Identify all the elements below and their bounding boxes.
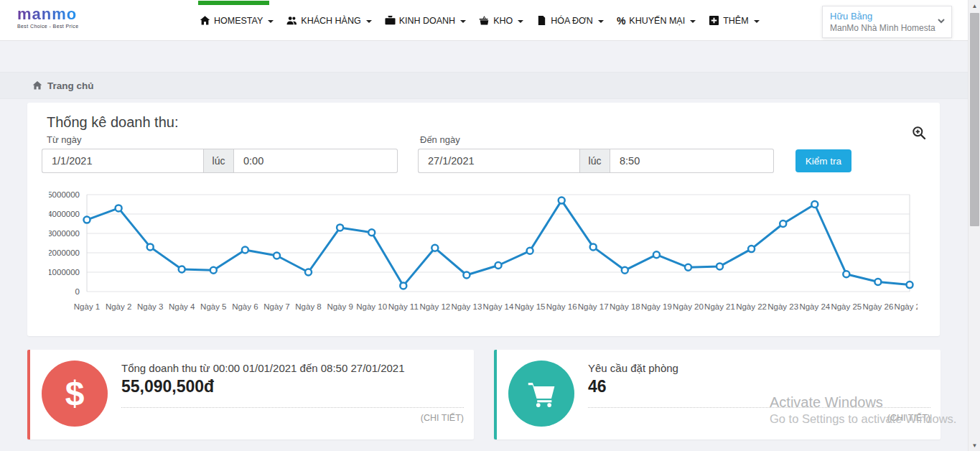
chevron-down-icon	[937, 17, 946, 27]
svg-text:Ngày 2: Ngày 2	[106, 302, 131, 311]
percent-icon: %	[617, 15, 625, 26]
svg-text:0: 0	[75, 287, 80, 296]
from-time-addon: lúc	[203, 149, 234, 173]
panel-title: Thống kê doanh thu:	[47, 114, 178, 131]
divider	[588, 407, 930, 408]
zoom-in-icon[interactable]	[912, 126, 926, 140]
users-icon	[286, 15, 297, 26]
from-time-input[interactable]	[234, 149, 398, 173]
bookings-card-body: Yêu cầu đặt phòng 46 (CHI TIẾT)	[588, 350, 930, 440]
plus-square-icon	[709, 15, 719, 26]
nav-khach-hang[interactable]: KHÁCH HÀNG	[285, 12, 373, 29]
nav-label: KINH DOANH	[399, 16, 455, 26]
caret-down-icon	[366, 20, 372, 23]
svg-text:Ngày 27: Ngày 27	[895, 302, 918, 311]
nav-khuyen-mai[interactable]: % KHUYẾN MẠI	[615, 12, 697, 29]
svg-text:3000000: 3000000	[49, 229, 80, 238]
svg-text:Ngày 26: Ngày 26	[862, 302, 893, 311]
business-icon	[385, 15, 396, 26]
nav-hoa-don[interactable]: HÓA ĐƠN	[535, 12, 605, 29]
svg-text:2000000: 2000000	[49, 248, 80, 257]
svg-text:Ngày 18: Ngày 18	[610, 302, 640, 311]
top-header: manmo Best Choice - Best Price HOMESTAY …	[0, 0, 968, 41]
nav-label: KHUYẾN MẠI	[629, 16, 685, 26]
svg-text:Ngày 25: Ngày 25	[831, 302, 862, 311]
svg-text:5000000: 5000000	[49, 190, 80, 199]
svg-text:Ngày 14: Ngày 14	[483, 302, 514, 311]
nav-kho[interactable]: KHO	[477, 12, 525, 29]
svg-text:Ngày 20: Ngày 20	[673, 302, 704, 311]
svg-text:Ngày 6: Ngày 6	[232, 302, 258, 311]
home-icon	[200, 15, 210, 26]
svg-text:Ngày 3: Ngày 3	[137, 302, 163, 311]
svg-text:Ngày 21: Ngày 21	[704, 302, 735, 311]
svg-text:Ngày 12: Ngày 12	[419, 302, 450, 311]
svg-text:Ngày 23: Ngày 23	[767, 302, 798, 311]
svg-text:Ngày 17: Ngày 17	[578, 302, 609, 311]
nav-homestay[interactable]: HOMESTAY	[198, 12, 275, 29]
nav-label: HOMESTAY	[214, 16, 263, 26]
to-datetime-group: lúc	[418, 149, 774, 173]
revenue-line-chart: 010000002000000300000040000005000000Ngày…	[49, 189, 918, 322]
logo-tagline: Best Choice - Best Price	[17, 24, 78, 29]
svg-text:Ngày 5: Ngày 5	[200, 302, 226, 311]
to-time-addon: lúc	[579, 149, 610, 173]
scrollbar-thumb[interactable]	[970, 13, 979, 226]
from-date-input[interactable]	[42, 149, 203, 173]
nav-label: THÊM	[723, 16, 748, 26]
caret-down-icon	[518, 20, 523, 23]
caret-down-icon	[598, 20, 604, 23]
page: manmo Best Choice - Best Price HOMESTAY …	[0, 0, 980, 451]
revenue-card-body: Tổng doanh thu từ 00:00 01/01/2021 đến 0…	[121, 350, 464, 440]
from-date-label: Từ ngày	[47, 134, 81, 145]
svg-text:Ngày 9: Ngày 9	[327, 302, 353, 311]
bookings-detail-link[interactable]: (CHI TIẾT)	[887, 413, 930, 423]
user-name: Hữu Bằng	[830, 10, 935, 22]
dollar-icon: $	[42, 361, 108, 427]
bookings-card-value: 46	[588, 377, 607, 396]
bookings-card-title: Yêu cầu đặt phòng	[588, 362, 678, 374]
breadcrumb-label[interactable]: Trang chủ	[47, 80, 94, 91]
scroll-up-arrow[interactable]: ▲	[969, 0, 980, 11]
svg-text:Ngày 24: Ngày 24	[799, 302, 830, 311]
to-date-input[interactable]	[418, 149, 579, 173]
caret-down-icon	[754, 20, 760, 23]
to-time-input[interactable]	[610, 149, 774, 173]
user-org: ManMo Nhà Mình Homestay	[830, 22, 935, 34]
logo[interactable]: manmo Best Choice - Best Price	[17, 6, 78, 29]
svg-text:Ngày 15: Ngày 15	[515, 302, 546, 311]
nav-kinh-doanh[interactable]: KINH DOANH	[383, 12, 467, 29]
bookings-card: Yêu cầu đặt phòng 46 (CHI TIẾT)	[494, 350, 941, 440]
check-button[interactable]: Kiểm tra	[795, 149, 851, 172]
svg-text:1000000: 1000000	[49, 268, 80, 276]
nav-label: KHÁCH HÀNG	[301, 16, 360, 26]
basket-icon	[479, 15, 490, 26]
svg-text:Ngày 16: Ngày 16	[546, 302, 577, 311]
svg-text:Ngày 11: Ngày 11	[388, 302, 419, 311]
svg-text:Ngày 7: Ngày 7	[263, 302, 289, 311]
revenue-stats-panel: Thống kê doanh thu: Từ ngày lúc Đến ngày…	[27, 103, 940, 336]
caret-down-icon	[268, 20, 274, 23]
to-date-label: Đến ngày	[420, 134, 460, 145]
svg-text:Ngày 4: Ngày 4	[169, 302, 195, 311]
scroll-down-arrow[interactable]: ▼	[969, 440, 980, 451]
from-datetime-group: lúc	[42, 149, 398, 173]
svg-text:Ngày 1: Ngày 1	[74, 302, 100, 311]
user-info: Hữu Bằng ManMo Nhà Mình Homestay	[830, 10, 935, 34]
main-nav: HOMESTAY KHÁCH HÀNG KINH DOANH KHO HÓA Đ	[198, 0, 761, 41]
logo-wordmark: manmo	[17, 6, 78, 22]
divider	[121, 407, 464, 408]
vertical-scrollbar[interactable]: ▲ ▼	[968, 0, 980, 451]
svg-text:4000000: 4000000	[49, 210, 80, 218]
revenue-card: $ Tổng doanh thu từ 00:00 01/01/2021 đến…	[27, 350, 474, 440]
caret-down-icon	[690, 20, 696, 23]
revenue-card-title: Tổng doanh thu từ 00:00 01/01/2021 đến 0…	[121, 362, 405, 374]
revenue-detail-link[interactable]: (CHI TIẾT)	[421, 413, 464, 423]
cart-icon	[508, 361, 574, 427]
caret-down-icon	[460, 20, 466, 23]
user-menu[interactable]: Hữu Bằng ManMo Nhà Mình Homestay	[822, 6, 952, 38]
nav-them[interactable]: THÊM	[707, 12, 760, 29]
svg-text:Ngày 13: Ngày 13	[451, 302, 482, 311]
invoice-icon	[536, 15, 547, 26]
revenue-card-value: 55,090,500đ	[121, 377, 214, 396]
